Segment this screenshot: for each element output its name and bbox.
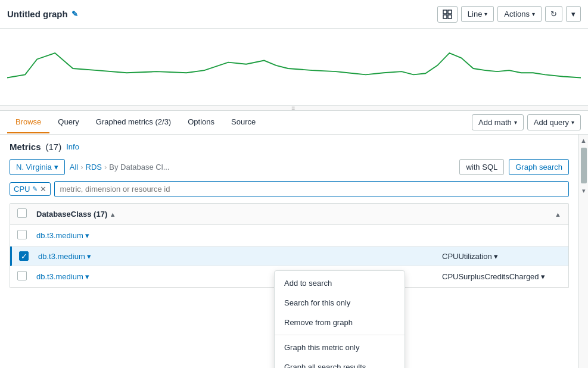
breadcrumb-row: All › RDS › By Database Cl... <box>70 163 455 171</box>
search-bar-row: N. Virginia ▾ All › RDS › By Database Cl… <box>10 159 569 175</box>
metrics-count: (17) <box>46 142 62 152</box>
row-name-1[interactable]: db.t3.medium ▾ <box>36 231 437 240</box>
scroll-down-icon[interactable]: ▾ <box>580 185 588 197</box>
table-row[interactable]: db.t3.medium ▾ <box>10 225 568 247</box>
table-row-selected[interactable]: ✓ db.t3.medium ▾ CPUUtilization ▾ <box>10 247 568 266</box>
main-content: Metrics (17) Info N. Virginia ▾ All › RD… <box>0 135 588 368</box>
checkbox-2[interactable]: ✓ <box>19 251 29 261</box>
scrollbar[interactable]: ▲ ▾ <box>578 135 588 368</box>
breadcrumb-sep-1: › <box>78 163 85 171</box>
ctx-divider-1 <box>275 335 405 335</box>
tag-edit-icon[interactable]: ✎ <box>32 185 38 193</box>
tab-query[interactable]: Query <box>49 111 87 133</box>
tag-close-icon[interactable]: ✕ <box>40 185 46 194</box>
context-menu: Add to search Search for this only Remov… <box>274 270 405 368</box>
header: Untitled graph ✎ Line ▾ Actions ▾ ↻ ▾ <box>0 0 588 29</box>
add-query-button[interactable]: Add query ▾ <box>527 114 581 130</box>
row-metric-2[interactable]: CPUUtilization ▾ <box>442 252 561 261</box>
scroll-thumb[interactable] <box>581 148 587 183</box>
breadcrumb-sep-2: › <box>102 163 109 171</box>
sort-asc-icon[interactable]: ▲ <box>110 211 116 218</box>
header-check <box>17 208 32 220</box>
chart-type-label: Line <box>468 10 483 18</box>
graph-search-label: Graph search <box>515 163 562 171</box>
add-math-button[interactable]: Add math ▾ <box>472 114 524 130</box>
ctx-remove-from-graph-label: Remove from graph <box>284 318 353 327</box>
drag-handle[interactable]: ≡ <box>0 106 588 111</box>
info-link[interactable]: Info <box>66 142 79 151</box>
with-sql-button[interactable]: with SQL <box>459 159 504 175</box>
add-query-arrow: ▾ <box>571 119 574 126</box>
row-checkbox-3[interactable] <box>17 271 32 282</box>
checkbox-1[interactable] <box>17 230 27 239</box>
ctx-graph-all-search[interactable]: Graph all search results <box>275 357 405 368</box>
column-database-class: DatabaseClass (17) ▲ <box>36 210 412 219</box>
line-chart <box>7 35 581 102</box>
ctx-search-for-this-only[interactable]: Search for this only <box>275 293 405 313</box>
add-query-label: Add query <box>534 118 569 127</box>
column-label: DatabaseClass (17) <box>36 210 107 219</box>
ctx-remove-from-graph[interactable]: Remove from graph <box>275 313 405 332</box>
graph-title-text: Untitled graph <box>7 9 68 19</box>
breadcrumb-rds[interactable]: RDS <box>86 163 102 171</box>
metrics-header: Metrics (17) Info <box>10 142 569 152</box>
tab-graphed-label: Graphed metrics (2/3) <box>96 117 171 126</box>
ctx-graph-all-search-label: Graph all search results <box>284 363 366 368</box>
tag-row: CPU ✎ ✕ <box>10 181 569 197</box>
tab-options[interactable]: Options <box>179 111 223 133</box>
svg-rect-1 <box>448 10 452 14</box>
cpu-tag-label: CPU <box>14 185 30 194</box>
row-checkbox-1[interactable] <box>17 230 32 241</box>
add-math-label: Add math <box>478 118 512 127</box>
tab-options-label: Options <box>188 117 214 126</box>
svg-rect-2 <box>443 15 447 18</box>
actions-label: Actions <box>504 10 530 18</box>
ctx-add-to-search[interactable]: Add to search <box>275 273 405 293</box>
chart-type-arrow: ▾ <box>484 11 487 17</box>
refresh-icon: ↻ <box>550 10 557 18</box>
region-button[interactable]: N. Virginia ▾ <box>10 159 65 175</box>
graph-search-button[interactable]: Graph search <box>509 159 569 175</box>
row-checkbox-2[interactable]: ✓ <box>19 251 33 261</box>
graph-title: Untitled graph ✎ <box>7 9 437 19</box>
tab-browse[interactable]: Browse <box>7 111 49 133</box>
add-math-arrow: ▾ <box>514 119 517 126</box>
svg-rect-3 <box>448 15 452 18</box>
actions-arrow: ▾ <box>532 11 535 17</box>
line-chart-button[interactable]: Line ▾ <box>461 6 494 22</box>
table-header-row: DatabaseClass (17) ▲ ▲ <box>10 204 568 225</box>
svg-rect-0 <box>443 10 447 14</box>
ctx-graph-this-metric-label: Graph this metric only <box>284 343 359 352</box>
grid-icon <box>443 10 452 19</box>
ctx-add-to-search-label: Add to search <box>284 279 332 288</box>
checkbox-3[interactable] <box>17 271 27 280</box>
row-name-2[interactable]: db.t3.medium ▾ <box>38 252 437 261</box>
metric-search-input[interactable] <box>54 181 569 197</box>
actions-button[interactable]: Actions ▾ <box>497 6 542 22</box>
metrics-title: Metrics <box>10 142 41 152</box>
tab-source-label: Source <box>231 117 256 126</box>
ctx-graph-this-metric[interactable]: Graph this metric only <box>275 338 405 357</box>
breadcrumb-current: By Database Cl... <box>109 163 169 171</box>
tab-query-label: Query <box>58 117 79 126</box>
breadcrumb-all[interactable]: All <box>70 163 78 171</box>
row-metric-3[interactable]: CPUSurplusCreditsCharged ▾ <box>442 272 561 281</box>
more-button[interactable]: ▾ <box>566 6 581 22</box>
refresh-button[interactable]: ↻ <box>545 6 562 22</box>
more-icon: ▾ <box>571 10 575 18</box>
scroll-up-icon[interactable]: ▲ <box>578 135 588 146</box>
region-arrow: ▾ <box>54 163 58 171</box>
grid-view-button[interactable] <box>437 6 458 23</box>
chart-area <box>0 29 588 106</box>
with-sql-label: with SQL <box>466 163 497 171</box>
edit-icon[interactable]: ✎ <box>71 10 78 18</box>
ctx-search-for-this-only-label: Search for this only <box>284 298 350 307</box>
tabs-bar: Browse Query Graphed metrics (2/3) Optio… <box>0 111 588 135</box>
tab-source[interactable]: Source <box>223 111 264 133</box>
header-controls: Line ▾ Actions ▾ ↻ ▾ <box>437 6 581 23</box>
region-label: N. Virginia <box>16 163 52 171</box>
select-all-checkbox[interactable] <box>17 208 27 218</box>
tab-graphed[interactable]: Graphed metrics (2/3) <box>88 111 179 133</box>
tab-browse-label: Browse <box>15 117 41 126</box>
sort-desc-icon[interactable]: ▲ <box>555 211 561 218</box>
